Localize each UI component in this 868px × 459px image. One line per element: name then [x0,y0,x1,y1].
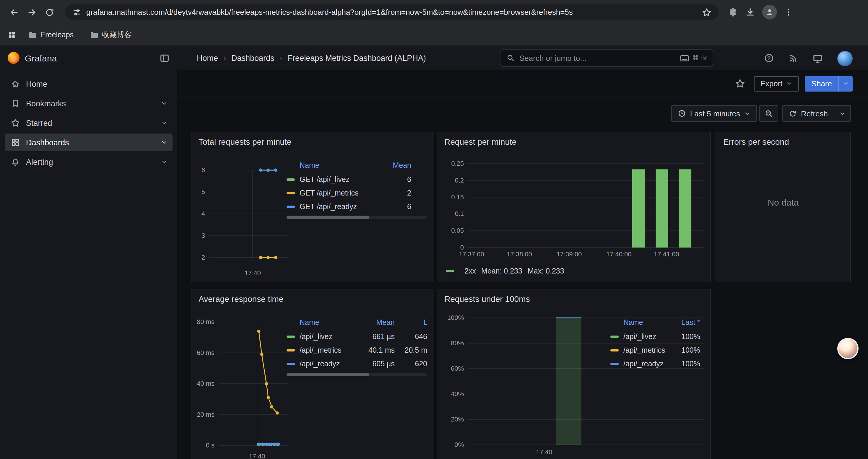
help-icon[interactable]: ? [764,53,774,63]
total-requests-chart[interactable]: 6543217:40 [195,160,292,281]
breadcrumb-separator: › [280,54,282,63]
panel-title[interactable]: Errors per second [716,132,850,151]
chevron-down-icon[interactable] [161,119,168,126]
breadcrumb-home[interactable]: Home [197,54,218,63]
grafana-brand[interactable]: Grafana [25,53,57,63]
legend-col-last[interactable]: Last * [410,319,427,327]
bookmarks-bar: Freeleaps 收藏博客 [0,24,868,46]
legend-scrollbar[interactable] [286,216,427,219]
user-avatar[interactable] [837,51,852,66]
legend-inline[interactable]: 2xx Mean: 0.233 Max: 0.233 [446,267,564,275]
bookmark-star-icon[interactable] [702,7,711,17]
sidebar-item-bookmarks[interactable]: Bookmarks [5,95,173,112]
svg-text:4: 4 [202,210,205,218]
series-color-swatch [286,192,295,194]
panel-title[interactable]: Request per minute [437,132,710,151]
bookmark-folder-blogs[interactable]: 收藏博客 [85,28,135,42]
scrollbar-thumb[interactable] [286,373,370,376]
sidebar-item-home[interactable]: Home [5,75,173,93]
requests-per-minute-chart[interactable]: 0.250.20.150.10.05017:37:0017:38:0017:39… [442,160,705,266]
rss-icon[interactable] [788,53,798,63]
search-bar[interactable]: ⌘+k [500,49,713,67]
legend-table: Name Mean Last * /api/_livez 661 µs 646 [286,316,427,376]
search-input[interactable] [519,54,675,62]
legend-col-name[interactable]: Name [300,319,353,327]
favorite-star-button[interactable] [733,76,748,91]
svg-text:100%: 100% [447,314,464,321]
legend-col-name[interactable]: Name [623,319,672,327]
legend-row[interactable]: GET /api/_metrics 2 [286,186,427,200]
sidebar-item-label: Starred [26,119,52,127]
share-button[interactable]: Share [805,76,852,91]
chevron-down-icon [843,80,849,87]
panel-title[interactable]: Average response time [191,290,432,308]
export-button[interactable]: Export [754,76,799,91]
panel-requests-under-100ms: Requests under 100ms 100%80%60%40%20%0%1… [437,289,711,459]
dashboard-area: Export Share Last 5 minutes [177,70,868,459]
refresh-button[interactable]: Refresh [783,105,834,122]
legend-col-name[interactable]: Name [300,161,379,169]
legend-row[interactable]: /api/_livez 661 µs 646 [286,330,427,343]
chevron-down-icon[interactable] [161,158,168,165]
chevron-down-icon[interactable] [161,100,168,107]
search-shortcut: ⌘+k [680,54,707,62]
reload-button[interactable] [41,4,58,21]
sidebar-item-alerting[interactable]: Alerting [5,153,173,171]
svg-text:20 ms: 20 ms [197,411,215,418]
svg-text:40 ms: 40 ms [197,380,215,387]
legend-row[interactable]: /api/_livez 100% [610,330,700,343]
legend-col-mean[interactable]: Mean [379,161,411,169]
breadcrumb-dashboards[interactable]: Dashboards [231,54,275,63]
clock-icon [678,109,686,118]
refresh-interval-caret[interactable] [834,105,851,122]
panel-title[interactable]: Requests under 100ms [437,290,710,308]
scrollbar-thumb[interactable] [286,216,370,219]
legend-row[interactable]: GET /api/_livez 6 [286,172,427,186]
legend-col-last[interactable]: Last * [672,319,700,327]
sidebar-item-dashboards[interactable]: Dashboards [5,133,173,151]
bookmark-folder-freeleaps[interactable]: Freeleaps [24,28,78,41]
legend-row[interactable]: /api/_metrics 100% [610,343,700,357]
download-icon[interactable] [745,7,755,17]
grafana-header: Grafana Home › Dashboards › Freeleaps Me… [0,46,868,70]
back-button[interactable] [6,4,23,21]
legend-row[interactable]: /api/_readyz 605 µs 620 [286,357,427,370]
legend-header: Name Mean [286,158,427,172]
keyboard-icon [680,55,689,61]
breadcrumb-current: Freeleaps Metrics Dashboard (ALPHA) [288,54,426,63]
monitor-icon[interactable] [812,53,823,64]
extensions-icon[interactable] [728,7,738,17]
legend-row[interactable]: GET /api/_readyz 6 [286,200,427,213]
chrome-actions [728,5,793,20]
legend-row[interactable]: /api/_metrics 40.1 ms 20.5 m [286,343,427,357]
legend-col-mean[interactable]: Mean [353,319,395,327]
series-color-swatch [610,349,619,351]
series-color-swatch [286,178,295,181]
sidebar-item-starred[interactable]: Starred [5,114,173,132]
forward-button[interactable] [24,4,40,21]
legend-row[interactable]: /api/_readyz 100% [610,357,700,370]
apps-grid-icon[interactable] [7,30,17,40]
legend-scrollbar[interactable] [286,373,427,376]
legend-mean: Mean: 0.233 [481,267,522,275]
legend-table: Name Mean GET /api/_livez 6 GET /api/_me… [286,158,427,219]
svg-text:0%: 0% [454,441,464,448]
time-range-picker[interactable]: Last 5 minutes [671,105,757,122]
site-settings-icon[interactable] [72,7,82,17]
grafana-logo[interactable] [7,52,20,67]
chevron-down-icon[interactable] [161,139,168,146]
home-icon [11,79,20,89]
search-icon [506,54,515,62]
bell-icon [11,157,20,167]
panel-title[interactable]: Total requests per minute [191,132,432,151]
profile-avatar[interactable] [762,5,777,20]
menu-kebab-icon[interactable] [784,8,793,17]
url-input[interactable] [86,8,697,17]
sidebar-toggle-icon[interactable] [159,53,169,66]
share-caret-button[interactable] [838,76,852,91]
folder-icon [89,30,98,40]
zoom-out-button[interactable] [760,105,778,122]
floating-chat-avatar[interactable] [837,338,859,359]
url-bar[interactable] [65,4,718,20]
avg-response-time-chart[interactable]: 80 ms60 ms40 ms20 ms0 s17:40 [195,317,292,459]
